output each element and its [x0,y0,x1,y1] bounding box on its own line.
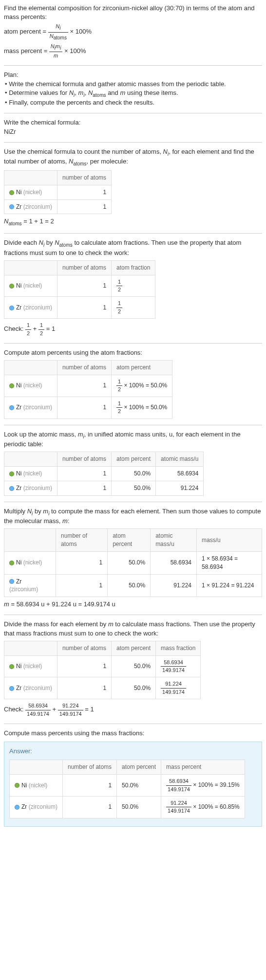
divider [4,343,262,344]
element-cell: Zr (zirconium) [4,397,57,418]
step-title: Compute mass percents using the mass fra… [4,729,262,738]
col-header: mass/u [197,529,262,552]
element-cell: Zr (zirconium) [4,677,57,699]
chemical-formula: NiZr [4,127,262,136]
zirconium-dot-icon [9,579,14,584]
col-header: atom percent [112,641,156,655]
table-row: Ni (nickel) 1 50.0% 58.6934 1 × 58.6934 … [4,552,262,575]
zirconium-dot-icon [9,686,14,691]
element-cell: Ni (nickel) [4,185,57,200]
col-header: number of atoms [57,171,112,185]
step-mass-fractions: Divide the mass for each element by m to… [4,620,262,718]
nickel-dot-icon [9,472,14,476]
divider [4,502,262,502]
divider [4,615,262,615]
col-header: number of atoms [63,760,117,775]
step-title: Divide the mass for each element by m to… [4,620,262,637]
step-mass-percents: Compute mass percents using the mass fra… [4,729,262,827]
calc-cell: 1 × 91.224 = 91.224 [197,574,262,597]
col-header: atom fraction [112,260,155,275]
fraction: Nimi m [49,43,63,60]
element-cell: Ni (nickel) [4,655,57,677]
fraction: Ni Natoms [48,23,68,41]
element-cell: Zr (zirconium) [10,796,63,818]
intro: Find the elemental composition for zirco… [4,4,262,59]
answer-box: Answer: number of atomsatom percentmass … [4,742,262,827]
zirconium-dot-icon [9,204,14,209]
plan: Plan: • Write the chemical formula and g… [4,71,262,107]
col-header: mass percent [161,760,245,775]
table-row: Zr (zirconium) 1 50.0% 91.224 [4,481,204,495]
answer-label: Answer: [9,747,257,756]
element-cell: Zr (zirconium) [4,200,57,214]
atomic-mass-table: number of atomsatom percentatomic mass/u… [4,452,204,495]
atom-fraction-table: number of atomsatom fraction Ni (nickel)… [4,260,155,319]
mass-percent-cell: 58.6934149.9174 × 100% = 39.15% [161,775,245,797]
table-row: Ni (nickel) 1 50.0% 58.6934149.9174 × 10… [10,775,245,797]
percent-cell: 12 × 100% = 50.0% [112,397,172,418]
step-atom-percents: Compute atom percents using the atom fra… [4,348,262,419]
fraction-cell: 12 [112,297,155,319]
atom-percent-formula: atom percent = Ni Natoms × 100% [4,23,262,41]
step-formula: Write the chemical formula: NiZr [4,118,262,136]
element-cell: Zr (zirconium) [4,574,56,597]
step-molecular-mass: Multiply Ni by mi to compute the mass fo… [4,507,262,609]
fraction-cell: 12 [112,275,155,297]
atoms-table: number of atoms Ni (nickel) 1 Zr (zircon… [4,170,112,214]
intro-text: Find the elemental composition for zirco… [4,4,262,21]
step-title: Use the chemical formula to count the nu… [4,147,262,167]
col-header: number of atoms [57,260,112,275]
col-header: number of atoms [57,452,112,467]
col-header: atom percent [112,361,172,375]
plan-bullet: • Write the chemical formula and gather … [5,80,262,89]
mass-table: number of atomsatom percentatomic mass/u… [4,528,262,597]
divider [4,425,262,425]
fraction-cell: 91.224149.9174 [156,677,201,699]
natoms-equation: Natoms = 1 + 1 = 2 [4,217,262,227]
table-row: Zr (zirconium) 1 12 [4,297,155,319]
divider [4,233,262,234]
plan-title: Plan: [4,71,262,79]
m-equation: m = 58.6934 u + 91.224 u = 149.9174 u [4,600,262,609]
step-atomic-mass: Look up the atomic mass, mi, in unified … [4,430,262,496]
table-row: Ni (nickel) 1 50.0% 58.6934 [4,467,204,481]
table-row: Ni (nickel) 1 50.0% 58.6934149.9174 [4,655,201,677]
table-row: Ni (nickel) 1 12 [4,275,155,297]
table-row: Zr (zirconium) 1 50.0% 91.224149.9174 × … [10,796,245,818]
table-row: Ni (nickel) 1 12 × 100% = 50.0% [4,375,172,397]
nickel-dot-icon [15,783,19,788]
check-line: Check: 58.6934149.9174 + 91.224149.9174 … [4,702,262,718]
check-line: Check: 12 + 12 = 1 [4,322,262,337]
element-cell: Ni (nickel) [4,275,57,297]
divider [4,113,262,113]
percent-cell: 12 × 100% = 50.0% [112,375,172,397]
nickel-dot-icon [9,284,14,289]
element-cell: Zr (zirconium) [4,481,57,495]
col-header: atom percent [108,529,151,552]
divider [4,65,262,66]
zirconium-dot-icon [9,306,14,310]
mass-percent-formula: mass percent = Nimi m × 100% [4,43,262,60]
nickel-dot-icon [9,383,14,388]
mass-percent-cell: 91.224149.9174 × 100% = 60.85% [161,796,245,818]
calc-cell: 1 × 58.6934 = 58.6934 [197,552,262,575]
step-title: Multiply Ni by mi to compute the mass fo… [4,507,262,526]
col-header: atom percent [112,452,156,467]
plan-bullet: • Finally, compute the percents and chec… [5,98,262,107]
step-title: Look up the atomic mass, mi, in unified … [4,430,262,449]
col-header: number of atoms [57,361,112,375]
col-header: mass fraction [156,641,201,655]
col-header: number of atoms [56,529,108,552]
table-row: Zr (zirconium) 1 50.0% 91.224149.9174 [4,677,201,699]
mass-fraction-table: number of atomsatom percentmass fraction… [4,641,201,699]
element-cell: Ni (nickel) [4,375,57,397]
value-cell: 1 [57,200,112,214]
nickel-dot-icon [9,561,14,565]
step-count-atoms: Use the chemical formula to count the nu… [4,147,262,227]
table-row: Zr (zirconium) 1 [4,200,112,214]
table-row: Zr (zirconium) 1 12 × 100% = 50.0% [4,397,172,418]
nickel-dot-icon [9,190,14,195]
step-atom-fractions: Divide each Ni by Natoms to calculate at… [4,238,262,337]
col-header: atomic mass/u [156,452,204,467]
table-row: Zr (zirconium) 1 50.0% 91.224 1 × 91.224… [4,574,262,597]
